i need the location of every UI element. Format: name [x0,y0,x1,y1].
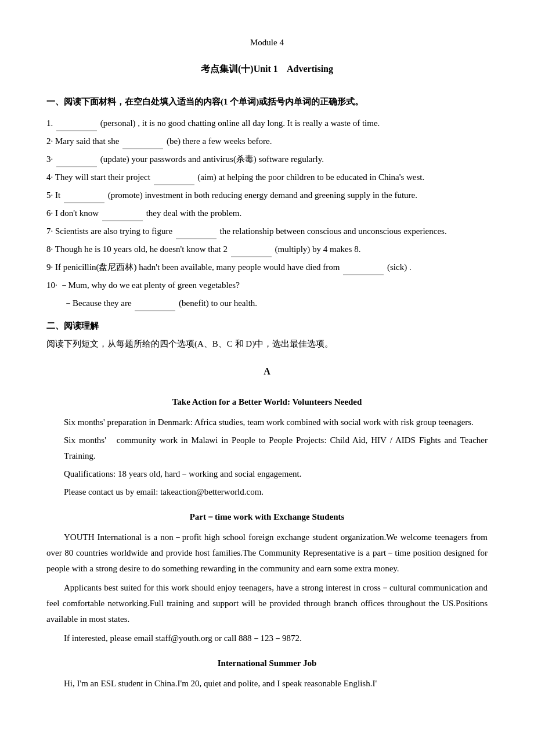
q5-num: 5· [46,190,53,200]
q4-text-after: at helping the poor children to be educa… [219,172,425,182]
article-1-para3: Qualifications: 18 years old, hard－worki… [46,466,488,482]
question-6: 6· I don't know they deal with the probl… [46,206,488,221]
question-4: 4· They will start their project (aim) a… [46,170,488,185]
q8-text-after: by 4 makes 8. [312,244,360,254]
q10-num: 10· [46,280,57,290]
q8-num: 8· [46,244,53,254]
article-2-title: Part－time work with Exchange Students [46,509,488,525]
q5-blank [64,203,104,203]
section-a-label: A [46,363,488,380]
q3-num: 3· [46,154,53,164]
article-3-para1: Hi, I'm an ESL student in China.I'm 20, … [46,676,488,692]
article-1-para1: Six months' preparation in Denmark: Afri… [46,415,488,430]
question-10a: 10· －Mum, why do we eat plenty of green … [46,278,488,293]
q4-hint: (aim) [197,172,216,182]
q2-text-after: there a few weeks before. [183,136,272,146]
q5-text-before: It [55,190,63,200]
article-1-para2: Six months' community work in Malawi in … [46,433,488,464]
q1-num: 1. [46,118,53,128]
q7-text-after: the relationship between conscious and u… [220,226,447,236]
q2-hint: (be) [167,136,181,146]
q6-blank [102,221,143,221]
article-2-para2: Applicants best suited for this work sho… [46,580,488,627]
q10b-hint: (benefit) [179,298,209,308]
subtitle-topic: Advertising [287,64,333,74]
q10b-text-before: －Because they are [46,298,134,308]
part1-header: 一、阅读下面材料，在空白处填入适当的内容(1 个单词)或括号内单词的正确形式。 [46,94,488,110]
article-3: International Summer Job Hi, I'm an ESL … [46,656,488,692]
q7-num: 7· [46,226,53,236]
module-title: Module 4 [46,35,488,51]
question-1: 1. (personal) , it is no good chatting o… [46,116,488,131]
q1-blank [56,131,97,131]
article-1-title: Take Action for a Better World: Voluntee… [46,394,488,410]
q9-hint: (sick) [387,262,407,272]
q7-text-before: Scientists are also trying to figure [55,226,175,236]
q3-blank [56,167,97,167]
question-3: 3· (update) your passwords and antivirus… [46,152,488,167]
q9-text-before: If penicillin(盘尼西林) hadn't been availabl… [55,262,342,272]
q7-blank [176,239,217,239]
q10b-blank [135,311,175,311]
q4-num: 4· [46,172,53,182]
q9-text-after: . [409,262,412,272]
question-7: 7· Scientists are also trying to figure … [46,224,488,239]
q8-text-before: Though he is 10 years old, he doesn't kn… [55,244,230,254]
question-5: 5· It (promote) investment in both reduc… [46,188,488,203]
q3-text-after: your passwords and antivirus(杀毒) softwar… [131,154,323,164]
q5-hint: (promote) [108,190,143,200]
question-8: 8· Though he is 10 years old, he doesn't… [46,242,488,257]
article-2-para1: YOUTH International is a non－profit high… [46,530,488,577]
section-title: 考点集训(十)Unit 1 Advertising [46,61,488,78]
article-1: Take Action for a Better World: Voluntee… [46,394,488,500]
part1-questions: 1. (personal) , it is no good chatting o… [46,116,488,311]
part2-sub: 阅读下列短文，从每题所给的四个选项(A、B、C 和 D)中，选出最佳选项。 [46,336,488,352]
q2-num: 2· [46,136,53,146]
q3-hint: (update) [100,154,129,164]
q1-text: , it is no good chatting online all day … [138,118,380,128]
q8-hint: (multiply) [275,244,310,254]
q6-num: 6· [46,208,53,218]
article-3-title: International Summer Job [46,656,488,671]
q2-blank [122,149,163,149]
question-9: 9· If penicillin(盘尼西林) hadn't been avail… [46,260,488,275]
q6-text-after: they deal with the problem. [146,208,242,218]
q5-text-after: investment in both reducing energy deman… [145,190,417,200]
q4-blank [154,185,194,185]
q10b-text-after: to our health. [211,298,258,308]
q4-text-before: They will start their project [55,172,153,182]
question-10b: －Because they are (benefit) to our healt… [46,296,488,311]
article-1-para4: Please contact us by email: takeaction@b… [46,484,488,500]
q10-text: －Mum, why do we eat plenty of green vege… [60,280,240,290]
q1-hint: (personal) [100,118,136,128]
part2-header: 二、阅读理解 [46,318,488,334]
q6-text-before: I don't know [55,208,101,218]
question-2: 2· Mary said that she (be) there a few w… [46,134,488,149]
q8-blank [231,257,272,257]
q2-text-before: Mary said that she [55,136,121,146]
article-2-para3: If interested, please email staff@youth.… [46,631,488,646]
subtitle-en: Unit 1 [254,64,278,74]
subtitle-cn: 考点集训(十) [201,64,254,74]
q9-blank [343,275,384,275]
q9-num: 9· [46,262,53,272]
article-2: Part－time work with Exchange Students YO… [46,509,488,646]
